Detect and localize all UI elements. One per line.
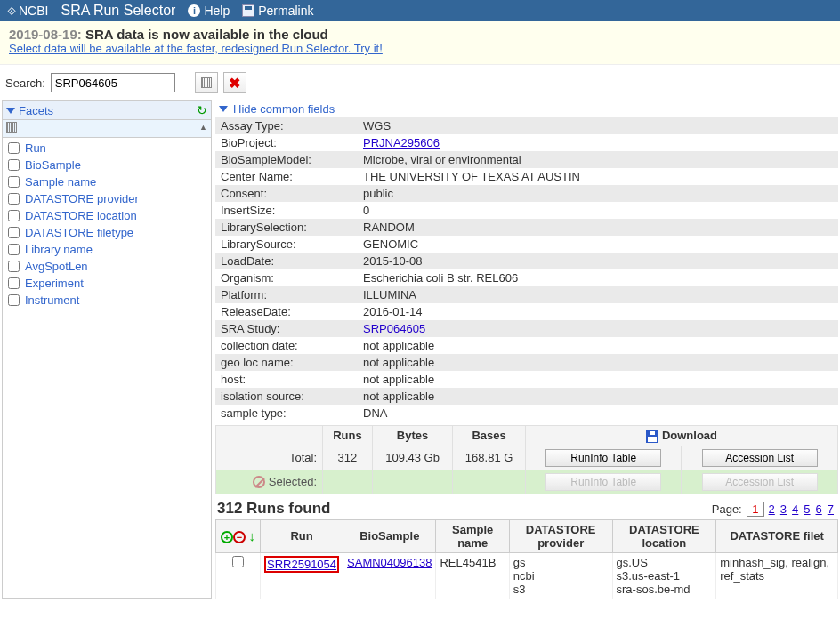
- col-datastore-provider[interactable]: DATASTORE provider: [509, 519, 612, 552]
- row-checkbox[interactable]: [232, 556, 244, 567]
- facets-sidebar: Facets ↻ RunBioSampleSample nameDATASTOR…: [2, 100, 212, 599]
- field-key: isolation source:: [215, 388, 358, 405]
- sample-name-cell: REL4541B: [436, 552, 509, 599]
- field-value: Escherichia coli B str. REL606: [358, 269, 838, 286]
- facet-item[interactable]: Experiment: [3, 275, 211, 292]
- field-key: sample type:: [215, 405, 358, 422]
- search-input[interactable]: [51, 73, 175, 92]
- chevron-down-icon: [219, 106, 228, 112]
- banner-date: 2019-08-19:: [9, 27, 82, 42]
- field-value: public: [358, 185, 838, 202]
- facet-item[interactable]: Instrument: [3, 292, 211, 309]
- field-key: LibrarySelection:: [215, 219, 358, 236]
- summary-col-blank: [216, 426, 323, 446]
- location-cell: gs.US s3.us-east-1 sra-sos.be-md: [612, 552, 716, 599]
- facet-checkbox[interactable]: [8, 176, 20, 188]
- sort-icon[interactable]: ↓: [249, 528, 256, 543]
- announcement-banner: 2019-08-19: SRA data is now available in…: [0, 21, 840, 65]
- select-all-icon[interactable]: +: [221, 531, 233, 543]
- page-link[interactable]: 2: [769, 502, 775, 516]
- info-icon: i: [188, 4, 200, 17]
- facet-item[interactable]: Library name: [3, 241, 211, 258]
- top-bar: ⟐NCBI SRA Run Selector iHelp Permalink: [0, 0, 840, 21]
- col-sample-name[interactable]: Sample name: [436, 519, 509, 552]
- config-icon: [201, 77, 212, 88]
- hide-common-fields-toggle[interactable]: Hide common fields: [215, 100, 838, 117]
- select-column-header[interactable]: +− ↓: [216, 519, 261, 552]
- facet-item[interactable]: AvgSpotLen: [3, 258, 211, 275]
- field-key: Consent:: [215, 185, 358, 202]
- facet-checkbox[interactable]: [8, 261, 20, 272]
- main-pane: Hide common fields Assay Type:WGSBioProj…: [214, 100, 840, 599]
- ncbi-logo: ⟐NCBI: [7, 2, 48, 20]
- runinfo-table-button-disabled: RunInfo Table: [545, 473, 661, 491]
- facet-checkbox[interactable]: [8, 210, 20, 221]
- facet-label: DATASTORE provider: [25, 192, 139, 205]
- facet-checkbox[interactable]: [8, 159, 20, 171]
- field-value: ILLUMINA: [358, 286, 838, 303]
- facets-header[interactable]: Facets ↻: [3, 101, 211, 120]
- col-biosample[interactable]: BioSample: [343, 519, 436, 552]
- floppy-icon: [646, 430, 658, 443]
- facet-item[interactable]: BioSample: [3, 157, 211, 173]
- field-value: 0: [358, 202, 838, 219]
- facet-checkbox[interactable]: [8, 294, 20, 306]
- facet-checkbox[interactable]: [8, 244, 20, 255]
- field-key: BioProject:: [215, 134, 358, 151]
- page-link[interactable]: 7: [828, 502, 834, 516]
- search-label: Search:: [5, 76, 45, 90]
- facet-checkbox[interactable]: [8, 193, 20, 205]
- field-value: THE UNIVERSITY OF TEXAS AT AUSTIN: [358, 168, 838, 185]
- col-run[interactable]: Run: [261, 519, 343, 552]
- help-link[interactable]: iHelp: [188, 4, 230, 18]
- field-key: InsertSize:: [215, 202, 358, 219]
- deselect-all-icon[interactable]: −: [233, 531, 246, 543]
- field-value: 2016-01-14: [358, 303, 838, 320]
- field-key: LoadDate:: [215, 253, 358, 269]
- run-link[interactable]: SRR2591054: [267, 558, 336, 571]
- field-value: RANDOM: [358, 219, 838, 236]
- runinfo-table-button[interactable]: RunInfo Table: [545, 449, 661, 467]
- field-value: WGS: [358, 117, 838, 134]
- facet-checkbox[interactable]: [8, 142, 20, 154]
- field-key: Assay Type:: [215, 117, 358, 134]
- page-link[interactable]: 3: [780, 502, 787, 516]
- summary-col-bases: Bases: [453, 426, 526, 446]
- col-datastore-location[interactable]: DATASTORE location: [612, 519, 716, 552]
- field-value: not applicable: [358, 388, 838, 405]
- page-link[interactable]: 6: [816, 502, 822, 516]
- summary-col-bytes: Bytes: [372, 426, 452, 446]
- filter-icon: [6, 122, 17, 133]
- field-key: collection date:: [215, 337, 358, 354]
- facet-checkbox[interactable]: [8, 227, 20, 238]
- total-runs: 312: [323, 446, 373, 470]
- facet-item[interactable]: DATASTORE provider: [3, 190, 211, 207]
- facet-item[interactable]: Run: [3, 140, 211, 157]
- banner-link[interactable]: Select data will be available at the fas…: [9, 42, 383, 55]
- app-title: SRA Run Selector: [61, 3, 175, 19]
- field-value: not applicable: [358, 354, 838, 371]
- refresh-icon[interactable]: ↻: [197, 103, 207, 117]
- col-datastore-filetype[interactable]: DATASTORE filet: [716, 519, 838, 552]
- column-config-button[interactable]: [195, 72, 218, 93]
- facet-label: DATASTORE location: [25, 209, 137, 222]
- field-value: SRP064605: [358, 320, 838, 337]
- page-current: 1: [747, 502, 763, 517]
- facet-filter-row[interactable]: [3, 120, 211, 138]
- facet-checkbox[interactable]: [8, 277, 20, 289]
- facet-item[interactable]: Sample name: [3, 173, 211, 190]
- clear-button[interactable]: ✖: [223, 72, 246, 93]
- facet-item[interactable]: DATASTORE filetype: [3, 224, 211, 241]
- field-value: not applicable: [358, 337, 838, 354]
- biosample-link[interactable]: SAMN04096138: [347, 556, 432, 569]
- field-key: Center Name:: [215, 168, 358, 185]
- page-link[interactable]: 5: [804, 502, 810, 516]
- permalink-link[interactable]: Permalink: [242, 4, 313, 18]
- accession-list-button[interactable]: Accession List: [702, 449, 818, 467]
- facet-item[interactable]: DATASTORE location: [3, 207, 211, 224]
- facet-label: Library name: [25, 243, 93, 256]
- disk-icon: [242, 4, 254, 17]
- page-link[interactable]: 4: [792, 502, 798, 516]
- field-value: DNA: [358, 405, 838, 422]
- table-row: SRR2591054 SAMN04096138 REL4541B gs ncbi…: [216, 552, 838, 599]
